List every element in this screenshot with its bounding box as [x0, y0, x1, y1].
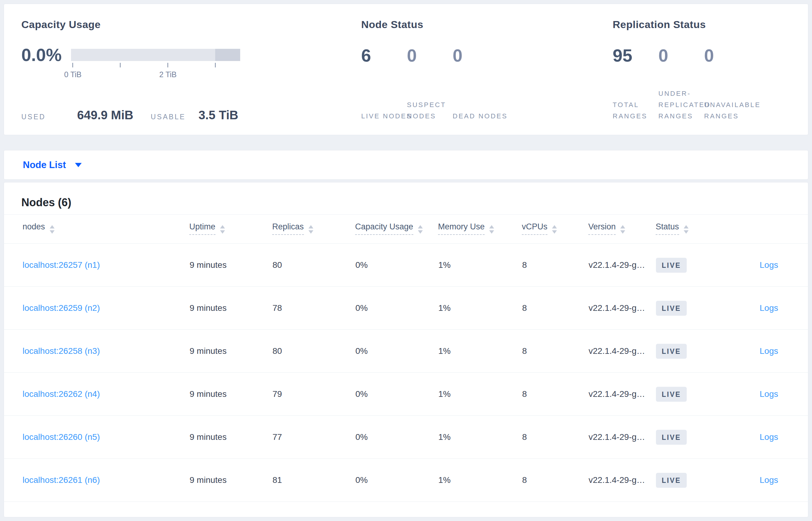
column-header-status[interactable]: Status	[655, 215, 733, 244]
total-ranges-stat: 95 TOTAL RANGES	[613, 48, 659, 122]
uptime-cell: 9 minutes	[189, 330, 272, 373]
logs-link[interactable]: Logs	[760, 432, 778, 442]
sort-icon	[50, 225, 54, 234]
table-row: localhost:26258 (n3) 9 minutes 80 0% 1% …	[4, 330, 808, 373]
total-ranges-value: 95	[613, 48, 659, 63]
vcpus-cell: 8	[522, 459, 588, 502]
vcpus-cell: 8	[522, 373, 588, 416]
logs-link[interactable]: Logs	[760, 475, 778, 485]
used-value: 649.9 MiB	[77, 108, 134, 122]
status-badge: LIVE	[656, 344, 687, 359]
uptime-cell: 9 minutes	[189, 416, 272, 459]
node-list-dropdown[interactable]: Node List	[23, 160, 66, 171]
version-cell: v22.1.4-29-g…	[588, 287, 655, 330]
view-selector-bar: Node List	[4, 150, 808, 180]
node-link[interactable]: localhost:26258 (n3)	[23, 346, 100, 356]
status-badge: LIVE	[656, 258, 687, 273]
capacity-cell: 0%	[355, 459, 438, 502]
column-header-uptime[interactable]: Uptime	[189, 215, 272, 244]
column-header-nodes[interactable]: nodes	[4, 215, 189, 244]
status-badge: LIVE	[656, 430, 687, 445]
replicas-cell: 80	[272, 244, 355, 287]
memory-cell: 1%	[438, 330, 522, 373]
replicas-cell: 81	[272, 459, 355, 502]
version-cell: v22.1.4-29-g…	[588, 330, 655, 373]
axis-tick	[72, 63, 73, 67]
cluster-summary-panel: Capacity Usage 0.0% 0 TiB 2 TiB	[4, 4, 808, 135]
live-nodes-stat: 6 LIVE NODES	[361, 48, 407, 122]
unavailable-ranges-value: 0	[704, 48, 750, 63]
memory-cell: 1%	[438, 373, 522, 416]
uptime-cell: 9 minutes	[189, 373, 272, 416]
capacity-usage-section: Capacity Usage 0.0% 0 TiB 2 TiB	[21, 19, 361, 119]
node-link[interactable]: localhost:26261 (n6)	[23, 475, 100, 485]
logs-link[interactable]: Logs	[760, 303, 778, 313]
table-row: localhost:26260 (n5) 9 minutes 77 0% 1% …	[4, 416, 808, 459]
nodes-table-panel: Nodes (6) nodes Uptime Replicas Capacity…	[4, 182, 808, 517]
capacity-cell: 0%	[355, 287, 438, 330]
uptime-cell: 9 minutes	[189, 459, 272, 502]
live-nodes-value: 6	[361, 48, 407, 63]
sort-icon	[418, 225, 423, 234]
suspect-nodes-value: 0	[407, 48, 453, 63]
memory-cell: 1%	[438, 287, 522, 330]
uptime-cell: 9 minutes	[189, 244, 272, 287]
sort-icon	[220, 225, 225, 234]
axis-tick	[215, 63, 216, 67]
capacity-bar-reserved-segment	[215, 49, 240, 61]
version-cell: v22.1.4-29-g…	[588, 373, 655, 416]
dead-nodes-label: DEAD NODES	[453, 111, 515, 122]
capacity-bar-usable-segment	[71, 49, 215, 61]
capacity-cell: 0%	[355, 244, 438, 287]
vcpus-cell: 8	[522, 287, 588, 330]
capacity-used-percent: 0.0%	[21, 48, 71, 62]
memory-cell: 1%	[438, 244, 522, 287]
logs-link[interactable]: Logs	[760, 346, 778, 356]
replicas-cell: 79	[272, 373, 355, 416]
axis-tick	[167, 63, 168, 67]
chevron-down-icon[interactable]	[75, 163, 82, 167]
column-header-version[interactable]: Version	[588, 215, 655, 244]
replicas-cell: 78	[272, 287, 355, 330]
vcpus-cell: 8	[522, 330, 588, 373]
column-header-memory-use[interactable]: Memory Use	[438, 215, 522, 244]
replicas-cell: 77	[272, 416, 355, 459]
column-header-logs	[733, 215, 808, 244]
logs-link[interactable]: Logs	[760, 260, 778, 270]
vcpus-cell: 8	[522, 416, 588, 459]
unavailable-ranges-stat: 0 UNAVAILABLE RANGES	[704, 48, 750, 122]
sort-icon	[489, 225, 494, 234]
memory-cell: 1%	[438, 459, 522, 502]
status-badge: LIVE	[656, 301, 687, 316]
sort-icon	[620, 225, 625, 234]
sort-icon	[684, 225, 689, 234]
sort-icon	[552, 225, 557, 234]
dead-nodes-value: 0	[453, 48, 498, 63]
table-header-row: nodes Uptime Replicas Capacity Usage Mem…	[4, 215, 808, 244]
node-link[interactable]: localhost:26262 (n4)	[23, 389, 100, 399]
axis-tick-label: 0 TiB	[64, 70, 82, 79]
column-header-replicas[interactable]: Replicas	[272, 215, 355, 244]
nodes-table-title: Nodes (6)	[21, 196, 808, 209]
version-cell: v22.1.4-29-g…	[588, 244, 655, 287]
unavailable-ranges-label: UNAVAILABLE RANGES	[704, 99, 767, 122]
column-header-vcpus[interactable]: vCPUs	[522, 215, 588, 244]
axis-tick-label: 2 TiB	[160, 70, 177, 79]
capacity-usage-title: Capacity Usage	[21, 19, 361, 30]
usable-value: 3.5 TiB	[198, 108, 238, 122]
node-link[interactable]: localhost:26257 (n1)	[23, 260, 100, 270]
table-row: localhost:26259 (n2) 9 minutes 78 0% 1% …	[4, 287, 808, 330]
node-link[interactable]: localhost:26260 (n5)	[23, 432, 100, 442]
under-replicated-ranges-value: 0	[659, 48, 704, 63]
vcpus-cell: 8	[522, 244, 588, 287]
nodes-table: nodes Uptime Replicas Capacity Usage Mem…	[4, 214, 808, 502]
axis-tick	[120, 63, 121, 67]
table-row: localhost:26257 (n1) 9 minutes 80 0% 1% …	[4, 244, 808, 287]
node-link[interactable]: localhost:26259 (n2)	[23, 303, 100, 313]
status-badge: LIVE	[656, 387, 687, 402]
column-header-capacity-usage[interactable]: Capacity Usage	[355, 215, 438, 244]
table-row: localhost:26261 (n6) 9 minutes 81 0% 1% …	[4, 459, 808, 502]
logs-link[interactable]: Logs	[760, 389, 778, 399]
capacity-cell: 0%	[355, 330, 438, 373]
node-status-section: Node Status 6 LIVE NODES 0 SUSPECT NODES…	[361, 19, 613, 119]
